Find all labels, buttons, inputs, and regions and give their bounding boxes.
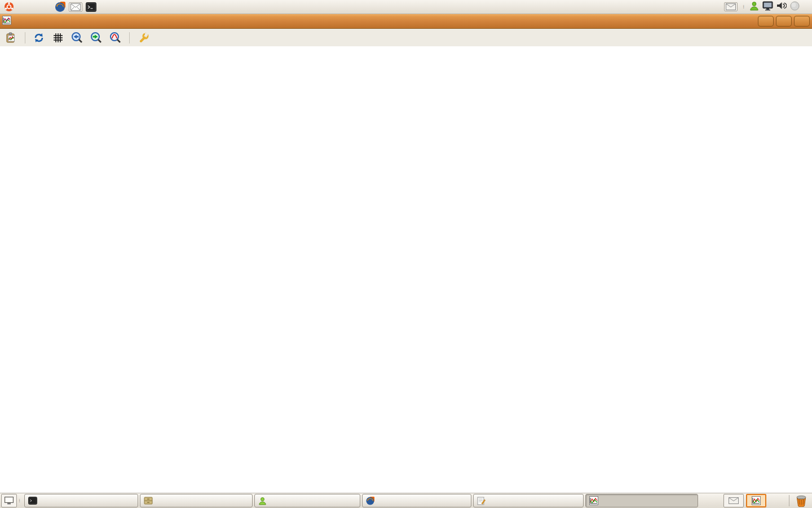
panel-separator: ⁞ [19,498,20,503]
replot-button[interactable] [32,31,46,45]
taskbar-item-editor[interactable] [473,494,584,507]
help-icon[interactable] [156,31,169,45]
close-button[interactable] [794,16,810,27]
trash-icon[interactable] [795,494,807,507]
minimize-button[interactable] [758,16,774,27]
gnuplot-tray-icon[interactable] [746,494,766,507]
mail-tray-icon[interactable] [723,494,744,507]
display-icon[interactable] [762,1,773,13]
gnuplot-canvas[interactable] [0,46,812,493]
gnuplot-toolbar [0,29,812,47]
taskbar-item-file-manager[interactable] [140,494,253,507]
user-status-icon[interactable] [749,1,759,13]
settings-icon[interactable] [136,31,150,45]
apply-zoom-icon[interactable] [109,31,122,45]
taskbar-item-gajim[interactable] [254,494,360,507]
menu-system[interactable] [41,6,53,8]
panel-separator [789,495,789,506]
ubuntu-logo-icon[interactable] [4,2,14,12]
weather-icon[interactable] [790,1,800,13]
taskbar-item-gnuplot[interactable] [585,494,698,507]
gnuplot-window-icon [2,16,11,27]
toolbar-separator [129,32,130,43]
volume-icon[interactable] [776,1,787,12]
taskbar-item-firefox[interactable] [362,494,471,507]
copy-to-clipboard-button[interactable] [5,31,18,45]
gnome-top-panel: ⁞ [0,0,812,14]
terminal-icon[interactable] [86,2,96,12]
mail-tray-icon[interactable] [724,2,738,11]
show-desktop-button[interactable] [1,494,17,507]
gnuplot-window [0,14,812,493]
previous-zoom-icon[interactable] [70,31,84,45]
maximize-button[interactable] [776,16,792,27]
toolbar-separator [25,32,25,43]
taskbar-item-terminal[interactable] [24,494,138,507]
gnome-bottom-panel: ⁞ [0,493,812,508]
grid-icon[interactable] [51,31,65,45]
plots-svg[interactable] [0,46,812,493]
next-zoom-icon[interactable] [90,31,103,45]
tray-separator: ⁞ [743,5,744,9]
mail-icon[interactable] [69,2,82,12]
titlebar[interactable] [0,14,812,29]
firefox-icon[interactable] [55,2,65,12]
menu-applications[interactable] [16,6,28,8]
menu-places[interactable] [28,6,41,8]
